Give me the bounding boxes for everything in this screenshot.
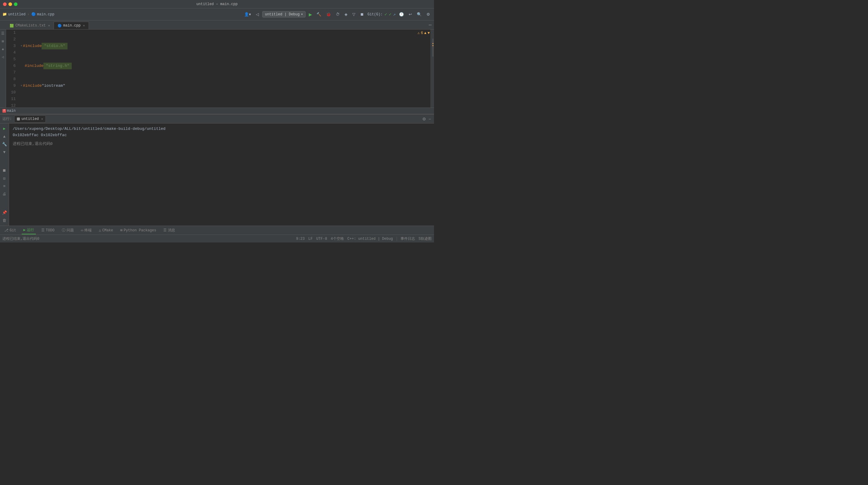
- status-charset[interactable]: UTF-8: [316, 237, 327, 241]
- valgrind-button[interactable]: ▽: [351, 11, 357, 18]
- bottom-tab-run[interactable]: ▶ 运行: [22, 226, 36, 234]
- maximize-button[interactable]: [14, 2, 18, 6]
- revert-button[interactable]: ↩: [407, 11, 413, 18]
- status-right: 9:23 LF UTF-8 4个空格 C++: untitled | Debug…: [296, 236, 432, 241]
- run-scroll-down-button[interactable]: ▼: [1, 149, 8, 156]
- bottom-tab-python[interactable]: ⊞ Python Packages: [119, 227, 158, 234]
- inspect-icon[interactable]: ◈: [0, 46, 6, 52]
- git-check-icon: ✓: [384, 12, 387, 17]
- run-panel-header: 运行: untitled ✕ ⚙ −: [0, 115, 434, 124]
- run-pin-button[interactable]: 📌: [1, 209, 8, 216]
- project-icon: 📁: [2, 12, 7, 17]
- run-output-values: 0x102ebffac 0x102ebffac: [13, 132, 430, 138]
- history-button[interactable]: 🕐: [398, 11, 405, 18]
- run-layout-button[interactable]: ≡: [1, 183, 8, 190]
- run-scroll-up-button[interactable]: ▲: [1, 133, 8, 140]
- run-tools-button[interactable]: 🔧: [1, 141, 8, 148]
- fold-icon-1[interactable]: ▿: [21, 43, 22, 50]
- structure-icon[interactable]: ☰: [0, 31, 6, 36]
- stop-button[interactable]: ⏹: [359, 11, 366, 18]
- cmake-icon: 🟩: [10, 24, 14, 28]
- debug-config-label: untitled | Debug: [265, 12, 300, 17]
- run-left-toolbar: ▶ ▲ 🔧 ▼ ⏹ ⊡ ≡ 🖨 📌 🗑: [0, 124, 9, 226]
- status-position[interactable]: 9:23: [296, 237, 305, 241]
- code-line-2: #include "string.h": [21, 63, 428, 69]
- main-toolbar: 📁 untitled › 🔵 main.cpp 👤▾ ◁ untitled | …: [0, 8, 434, 21]
- run-tab-untitled[interactable]: untitled ✕: [14, 116, 46, 123]
- breadcrumb-sep: ›: [27, 12, 30, 17]
- scrollbar-thumb[interactable]: [433, 38, 433, 57]
- tab-cpp-close[interactable]: ✕: [83, 24, 85, 27]
- minimize-button[interactable]: [8, 2, 12, 6]
- bottom-tab-git[interactable]: ⎇ Git: [2, 227, 18, 234]
- cmake-label: CMake: [102, 228, 113, 232]
- bookmark-icon[interactable]: ⊞: [0, 38, 6, 44]
- line-numbers: 1 2 3 4 5 6 7 8 9 10 11 12: [6, 30, 18, 107]
- run-output-content: /Users/xupeng/Desktop/ALL/bit/untitled/c…: [9, 124, 434, 226]
- code-container: 1 2 3 4 5 6 7 8 9 10 11 12 ▿#include "st…: [6, 30, 434, 107]
- tab-cpp[interactable]: 🔵 main.cpp ✕: [54, 22, 89, 29]
- run-output-path: /Users/xupeng/Desktop/ALL/bit/untitled/c…: [13, 126, 430, 132]
- warning-badge: ⚠ 6 ▲ ▼: [417, 31, 430, 35]
- todo-label: TODO: [46, 228, 55, 232]
- run-play-button[interactable]: ▶: [1, 125, 8, 132]
- run-panel-settings: ⚙ −: [422, 116, 432, 122]
- bottom-tab-problems[interactable]: ⓘ 问题: [60, 227, 76, 234]
- bottom-tab-todo[interactable]: ☰ TODO: [39, 227, 56, 234]
- avatar-button[interactable]: 👤▾: [243, 11, 253, 18]
- code-line-3: ▿#include "iostream": [21, 83, 428, 89]
- messages-label: 消息: [168, 228, 175, 233]
- run-split-button[interactable]: ⊡: [1, 175, 8, 182]
- warning-nav-down[interactable]: ▼: [428, 31, 430, 35]
- run-tab-close[interactable]: ✕: [41, 117, 43, 121]
- run-stop-button[interactable]: ⏹: [1, 167, 8, 174]
- close-button[interactable]: [3, 2, 7, 6]
- status-indent[interactable]: 4个空格: [331, 236, 344, 241]
- tab-cmake[interactable]: 🟩 CMakeLists.txt ✕: [6, 22, 54, 29]
- tab-cpp-label: main.cpp: [63, 24, 81, 28]
- code-line-1: ▿#include "stdio.h": [21, 43, 428, 50]
- debug-config-selector[interactable]: untitled | Debug ▾: [262, 11, 306, 18]
- bottom-tab-terminal[interactable]: ▭ 终端: [79, 227, 93, 234]
- tab-cmake-close[interactable]: ✕: [48, 24, 50, 27]
- status-location[interactable]: S轨迹图: [418, 236, 432, 241]
- back-button[interactable]: ◁: [254, 11, 260, 18]
- project-name[interactable]: untitled: [8, 12, 26, 17]
- run-clear-button[interactable]: 🗑: [1, 217, 8, 224]
- title-bar: untitled – main.cpp: [0, 0, 434, 8]
- panel-settings-button[interactable]: ⚙: [422, 116, 427, 122]
- editor-tabs: 🟩 CMakeLists.txt ✕ 🔵 main.cpp ✕ ⋯: [0, 21, 434, 30]
- editor-scrollbar[interactable]: [430, 30, 434, 107]
- fold-icon-3[interactable]: ▿: [21, 83, 22, 89]
- profile-button[interactable]: ⏱: [334, 11, 341, 18]
- editor-area[interactable]: ⚠ 6 ▲ ▼ 1 2 3 4 5 6 7 8 9 10 11: [6, 30, 434, 107]
- cpp-icon: 🔵: [58, 24, 62, 28]
- search-button[interactable]: 🔍: [415, 11, 423, 18]
- status-separator: [397, 237, 397, 241]
- tabs-more-button[interactable]: ⋯: [429, 22, 432, 28]
- navigate-icon[interactable]: ◁: [0, 54, 6, 60]
- warning-nav-up[interactable]: ▲: [424, 31, 427, 35]
- terminal-label: 终端: [84, 228, 92, 233]
- status-language[interactable]: C++: untitled | Debug: [347, 237, 393, 241]
- panel-minimize-button[interactable]: −: [428, 116, 432, 122]
- debug-button[interactable]: 🐞: [324, 11, 333, 18]
- bottom-tab-cmake[interactable]: △ CMake: [97, 227, 115, 234]
- status-bar: 进程已结束,退出代码0 9:23 LF UTF-8 4个空格 C++: unti…: [0, 235, 434, 243]
- code-content[interactable]: ▿#include "stdio.h" #include "string.h" …: [18, 30, 430, 107]
- coverage-button[interactable]: ◈: [343, 11, 349, 18]
- bottom-tab-messages[interactable]: ☰ 消息: [161, 227, 177, 234]
- project-label: 📁 untitled › 🔵 main.cpp: [2, 12, 54, 17]
- run-print-button[interactable]: 🖨: [1, 191, 8, 198]
- status-encoding[interactable]: LF: [308, 237, 313, 241]
- build-button[interactable]: 🔨: [315, 11, 323, 18]
- problems-label: 问题: [67, 228, 74, 233]
- settings-button[interactable]: ⚙: [425, 11, 432, 18]
- file-icon: 🔵: [31, 12, 36, 17]
- status-event-log[interactable]: 事件日志: [401, 236, 415, 241]
- run-panel: 运行: untitled ✕ ⚙ − ▶ ▲ 🔧 ▼ ⏹ ⊡ ≡: [0, 114, 434, 226]
- run-button[interactable]: ▶: [307, 11, 313, 18]
- file-name[interactable]: main.cpp: [37, 12, 55, 17]
- left-sidebar: ☰ ⊞ ◈ ◁: [0, 30, 6, 107]
- status-exit-text: 进程已结束,退出代码0: [2, 236, 39, 241]
